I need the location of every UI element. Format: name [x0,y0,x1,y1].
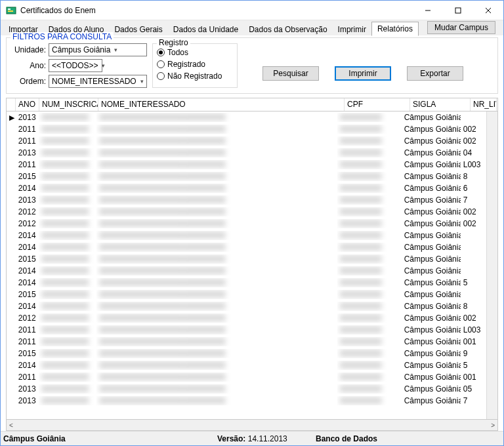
svg-rect-1 [8,9,10,10]
radio-icon [157,49,165,56]
table-row[interactable]: 2013XXXXXXXXXXXXXXXXXXXXXXXXXXXXXXXXXXXX… [7,194,486,206]
ano-label: Ano: [12,61,46,70]
ordem-combo[interactable]: NOME_INTERESSADO▾ [49,75,147,88]
table-row[interactable]: 2012XXXXXXXXXXXXXXXXXXXXXXXXXXXXXXXXXXXX… [7,206,486,218]
svg-rect-2 [8,10,13,12]
window-title: Certificados do Enem [20,6,413,15]
radio-icon [157,60,165,68]
table-row[interactable]: 2011XXXXXXXXXXXXXXXXXXXXXXXXXXXXXXXXXXXX… [7,324,486,336]
horizontal-scrollbar[interactable]: <> [6,420,498,431]
table-row[interactable]: 2011XXXXXXXXXXXXXXXXXXXXXXXXXXXXXXXXXXXX… [7,371,486,383]
table-row[interactable]: 2013XXXXXXXXXXXXXXXXXXXXXXXXXXXXXXXXXXXX… [7,383,486,395]
grid-body[interactable]: ▶2013XXXXXXXXXXXXXXXXXXXXXXXXXXXXXXXXXXX… [7,112,486,419]
chevron-down-icon: ▾ [114,47,117,53]
table-row[interactable]: 2013XXXXXXXXXXXXXXXXXXXXXXXXXXXXXXXXXXXX… [7,147,486,159]
grid-header: ANO NUM_INSCRICAO NOME_INTERESSADO CPF S… [7,98,497,112]
status-versao: Versão: 14.11.2013 [217,434,303,443]
col-sigla[interactable]: SIGLA [410,98,471,111]
tab-imprimir[interactable]: Imprimir [333,23,371,36]
registro-option[interactable]: Registrado [157,58,233,70]
table-row[interactable]: 2014XXXXXXXXXXXXXXXXXXXXXXXXXXXXXXXXXXXX… [7,359,486,371]
maximize-button[interactable] [443,1,473,20]
imprimir-button[interactable]: Imprimir [335,66,391,81]
svg-rect-4 [455,8,461,13]
table-row[interactable]: 2014XXXXXXXXXXXXXXXXXXXXXXXXXXXXXXXXXXXX… [7,265,486,277]
data-grid: ANO NUM_INSCRICAO NOME_INTERESSADO CPF S… [6,98,498,420]
table-row[interactable]: 2015XXXXXXXXXXXXXXXXXXXXXXXXXXXXXXXXXXXX… [7,253,486,265]
table-row[interactable]: 2014XXXXXXXXXXXXXXXXXXXXXXXXXXXXXXXXXXXX… [7,277,486,289]
minimize-button[interactable] [413,1,443,20]
table-row[interactable]: 2014XXXXXXXXXXXXXXXXXXXXXXXXXXXXXXXXXXXX… [7,300,486,312]
app-icon [6,5,16,16]
table-row[interactable]: ▶2013XXXXXXXXXXXXXXXXXXXXXXXXXXXXXXXXXXX… [7,112,486,123]
registro-group: Registro TodosRegistradoNão Registrado [152,43,238,88]
tab-relatórios[interactable]: Relatórios [371,22,419,36]
table-row[interactable]: 2011XXXXXXXXXXXXXXXXXXXXXXXXXXXXXXXXXXXX… [7,135,486,147]
table-row[interactable]: 2013XXXXXXXXXXXXXXXXXXXXXXXXXXXXXXXXXXXX… [7,395,486,407]
close-button[interactable] [473,1,503,20]
col-ano[interactable]: ANO [16,98,39,111]
vertical-scrollbar[interactable] [486,112,497,419]
table-row[interactable]: 2012XXXXXXXXXXXXXXXXXXXXXXXXXXXXXXXXXXXX… [7,218,486,230]
registro-option[interactable]: Todos [157,47,233,58]
change-campus-button[interactable]: Mudar Campus [427,21,495,34]
table-row[interactable]: 2014XXXXXXXXXXXXXXXXXXXXXXXXXXXXXXXXXXXX… [7,241,486,253]
filters-fieldset: FILTROS PARA CONSULTA Unidade: Câmpus Go… [6,37,498,94]
pesquisar-button[interactable]: Pesquisar [262,66,319,81]
registro-option[interactable]: Não Registrado [157,70,233,82]
status-bar: Câmpus Goiânia Versão: 14.11.2013 Banco … [1,431,503,445]
chevron-down-icon: ▾ [140,78,144,85]
window-controls [413,1,503,20]
title-bar: Certificados do Enem [1,1,503,20]
unidade-combo[interactable]: Câmpus Goiânia▾ [49,43,147,56]
col-nome[interactable]: NOME_INTERESSADO [98,98,345,111]
table-row[interactable]: 2015XXXXXXXXXXXXXXXXXXXXXXXXXXXXXXXXXXXX… [7,289,486,300]
tab-dados-da-observação[interactable]: Dados da Observação [243,23,332,36]
chevron-down-icon: ▾ [102,62,105,69]
col-cpf[interactable]: CPF [345,98,410,111]
table-row[interactable]: 2011XXXXXXXXXXXXXXXXXXXXXXXXXXXXXXXXXXXX… [7,336,486,348]
col-nr[interactable]: NR_LIV [471,98,497,111]
exportar-button[interactable]: Exportar [407,66,463,81]
registro-legend: Registro [157,38,190,47]
table-row[interactable]: 2012XXXXXXXXXXXXXXXXXXXXXXXXXXXXXXXXXXXX… [7,312,486,324]
tab-dados-da-unidade[interactable]: Dados da Unidade [168,23,243,36]
table-row[interactable]: 2014XXXXXXXXXXXXXXXXXXXXXXXXXXXXXXXXXXXX… [7,182,486,194]
table-row[interactable]: 2015XXXXXXXXXXXXXXXXXXXXXXXXXXXXXXXXXXXX… [7,171,486,182]
filters-legend: FILTROS PARA CONSULTA [10,32,114,41]
col-num[interactable]: NUM_INSCRICAO [39,98,98,111]
table-row[interactable]: 2011XXXXXXXXXXXXXXXXXXXXXXXXXXXXXXXXXXXX… [7,123,486,135]
ordem-label: Ordem: [12,77,46,86]
status-db: Banco de Dados [303,434,377,443]
ano-combo[interactable]: <<TODOS>>▾ [49,59,102,72]
status-campus: Câmpus Goiânia [1,434,217,443]
table-row[interactable]: 2015XXXXXXXXXXXXXXXXXXXXXXXXXXXXXXXXXXXX… [7,348,486,359]
table-row[interactable]: 2014XXXXXXXXXXXXXXXXXXXXXXXXXXXXXXXXXXXX… [7,230,486,241]
radio-icon [157,72,165,80]
unidade-label: Unidade: [12,45,46,54]
app-window: Certificados do Enem ImportarDados do Al… [0,0,504,446]
table-row[interactable]: 2011XXXXXXXXXXXXXXXXXXXXXXXXXXXXXXXXXXXX… [7,159,486,171]
tab-dados-gerais[interactable]: Dados Gerais [109,23,167,36]
